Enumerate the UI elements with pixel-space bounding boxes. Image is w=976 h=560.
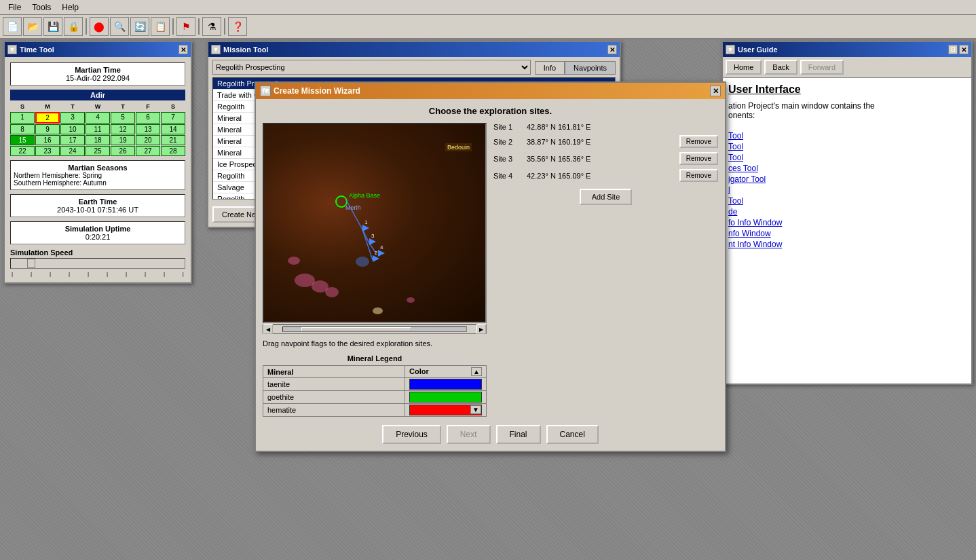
cal-day-4[interactable]: 4 xyxy=(86,112,110,124)
toolbar-save2[interactable]: 🔒 xyxy=(64,17,83,36)
add-site-button[interactable]: Add Site xyxy=(580,189,633,205)
menubar: File Tools Help xyxy=(0,0,976,15)
mineral-legend: Mineral Legend Mineral Color ▲ xyxy=(263,354,487,417)
cal-day-6[interactable]: 6 xyxy=(136,112,160,124)
cal-day-1[interactable]: 1 xyxy=(10,112,35,124)
cal-day-24[interactable]: 24 xyxy=(60,146,85,156)
site-4-remove[interactable]: Remove xyxy=(679,169,718,182)
ug-forward-btn[interactable]: Forward xyxy=(800,60,844,75)
mission-tool-minimize[interactable]: ▼ xyxy=(211,45,221,54)
seasons-title: Martian Seasons xyxy=(14,164,182,172)
user-guide-close[interactable]: ✕ xyxy=(959,45,969,54)
ug-link-7[interactable]: de xyxy=(728,207,966,217)
ug-link-10[interactable]: nt Info Window xyxy=(728,240,966,249)
scrollbar-right[interactable]: ▶ xyxy=(476,324,486,334)
toolbar-open[interactable]: 📂 xyxy=(23,17,42,36)
cal-day-19[interactable]: 19 xyxy=(111,135,135,145)
menu-file[interactable]: File xyxy=(3,1,26,14)
wizard-next-button[interactable]: Next xyxy=(447,425,491,444)
ug-link-6[interactable]: Tool xyxy=(728,196,966,206)
toolbar-stop[interactable]: ⬤ xyxy=(90,17,109,36)
cal-day-14[interactable]: 14 xyxy=(161,124,185,134)
ug-link-4[interactable]: igator Tool xyxy=(728,174,966,184)
earth-time-value: 2043-10-01 07:51:46 UT xyxy=(15,206,181,214)
wizard-close[interactable]: ✕ xyxy=(710,86,721,96)
mission-selector[interactable]: Regolith Prospecting xyxy=(212,60,531,75)
wizard-cancel-button[interactable]: Cancel xyxy=(546,425,599,444)
toolbar-new[interactable]: 📄 xyxy=(3,17,22,36)
toolbar-sep2 xyxy=(172,18,174,35)
ug-link-1[interactable]: Tool xyxy=(728,142,966,151)
mission-tool-close[interactable]: ✕ xyxy=(607,45,617,54)
cal-day-8[interactable]: 8 xyxy=(10,124,35,134)
cal-day-27[interactable]: 27 xyxy=(136,146,160,156)
menu-tools[interactable]: Tools xyxy=(26,1,56,14)
toolbar-search[interactable]: 🔍 xyxy=(110,17,129,36)
ug-link-3[interactable]: ces Tool xyxy=(728,164,966,173)
cal-day-7[interactable]: 7 xyxy=(161,112,185,124)
svg-text:2: 2 xyxy=(375,250,378,256)
toolbar-save[interactable]: 💾 xyxy=(43,17,62,36)
cal-day-13[interactable]: 13 xyxy=(136,124,160,134)
earth-time-label: Earth Time xyxy=(15,198,181,206)
cal-day-16[interactable]: 16 xyxy=(35,135,60,145)
cal-day-22[interactable]: 22 xyxy=(10,146,35,156)
mineral-scroll-up[interactable]: ▲ xyxy=(471,367,482,376)
toolbar-help[interactable]: ❓ xyxy=(228,17,247,36)
toolbar-flag[interactable]: ⚑ xyxy=(176,17,195,36)
martian-time-label: Martian Time xyxy=(15,66,181,74)
tab-info[interactable]: Info xyxy=(535,61,565,74)
menu-help[interactable]: Help xyxy=(56,1,84,14)
cal-day-11[interactable]: 11 xyxy=(86,124,110,134)
cal-day-12[interactable]: 12 xyxy=(111,124,135,134)
time-tool-close[interactable]: ✕ xyxy=(179,45,188,54)
cal-day-21[interactable]: 21 xyxy=(161,135,185,145)
user-guide-resize[interactable]: ⊡ xyxy=(948,45,958,54)
toolbar-clipboard[interactable]: 📋 xyxy=(151,17,170,36)
map-scrollbar: ◀ ▶ xyxy=(263,324,487,334)
wizard-previous-button[interactable]: Previous xyxy=(382,425,441,444)
scrollbar-track xyxy=(282,326,467,332)
cal-day-23[interactable]: 23 xyxy=(35,146,60,156)
mineral-scroll-down[interactable]: ▼ xyxy=(470,405,481,414)
cal-day-20[interactable]: 20 xyxy=(136,135,160,145)
calendar-grid: S M T W T F S 1 2 3 4 5 6 7 8 9 10 11 12… xyxy=(10,102,185,156)
cal-day-18[interactable]: 18 xyxy=(86,135,110,145)
cal-hdr-t2: T xyxy=(111,102,135,111)
tab-navpoints[interactable]: Navpoints xyxy=(565,61,616,74)
uptime-section: Simulation Uptime 0:20:21 xyxy=(10,221,185,244)
sim-speed-slider[interactable] xyxy=(10,258,185,269)
wizard-final-button[interactable]: Final xyxy=(496,425,541,444)
cal-day-9[interactable]: 9 xyxy=(35,124,60,134)
wizard-sites: Site 1 42.88° N 161.81° E Site 2 38.87° … xyxy=(493,123,718,417)
toolbar-flask[interactable]: ⚗ xyxy=(202,17,221,36)
time-tool-minimize[interactable]: ▼ xyxy=(7,45,17,54)
site-3-remove[interactable]: Remove xyxy=(679,152,718,165)
mineral-name-1: goethite xyxy=(263,391,405,404)
site-2-remove[interactable]: Remove xyxy=(679,135,718,148)
sim-speed-container: Simulation Speed ||||| ||||| xyxy=(10,248,185,277)
toolbar-refresh[interactable]: 🔄 xyxy=(130,17,149,36)
color-col-header: Color ▲ xyxy=(405,366,487,378)
cal-day-3[interactable]: 3 xyxy=(60,112,85,124)
sim-speed-label: Simulation Speed xyxy=(10,248,185,257)
scrollbar-left[interactable]: ◀ xyxy=(263,324,273,334)
cal-day-28[interactable]: 28 xyxy=(161,146,185,156)
scrollbar-thumb[interactable] xyxy=(301,327,411,331)
cal-day-15[interactable]: 15 xyxy=(10,135,35,145)
site-1-label: Site 1 xyxy=(493,123,524,131)
ug-link-9[interactable]: nfo Window xyxy=(728,229,966,238)
cal-day-10[interactable]: 10 xyxy=(60,124,85,134)
cal-day-26[interactable]: 26 xyxy=(111,146,135,156)
ug-link-8[interactable]: fo Info Window xyxy=(728,218,966,227)
ug-link-0[interactable]: Tool xyxy=(728,131,966,141)
user-guide-minimize[interactable]: ▼ xyxy=(726,45,735,54)
ug-link-2[interactable]: Tool xyxy=(728,153,966,162)
cal-day-2[interactable]: 2 xyxy=(35,112,60,124)
ug-back-btn[interactable]: Back xyxy=(764,60,797,75)
ug-link-5[interactable]: l xyxy=(728,185,966,195)
ug-home-btn[interactable]: Home xyxy=(726,60,762,75)
cal-day-17[interactable]: 17 xyxy=(60,135,85,145)
cal-day-25[interactable]: 25 xyxy=(86,146,110,156)
cal-day-5[interactable]: 5 xyxy=(111,112,135,124)
